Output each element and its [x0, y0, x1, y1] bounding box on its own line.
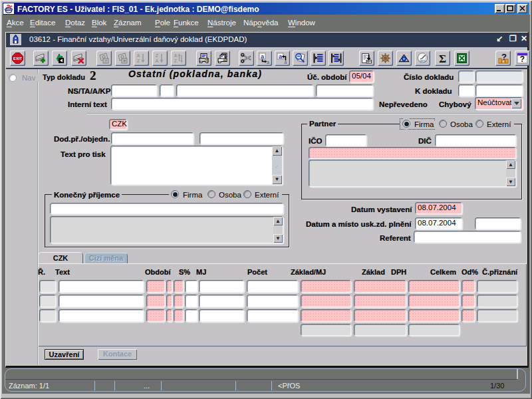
svg-text:Z: Z: [156, 53, 159, 58]
svg-text:a: a: [267, 60, 269, 65]
svg-text:A: A: [174, 53, 177, 58]
svg-text:A: A: [136, 53, 140, 58]
svg-text:?: ?: [520, 55, 525, 64]
svg-text:EXIT: EXIT: [13, 57, 22, 61]
svg-text:?: ?: [104, 59, 107, 63]
svg-text:a: a: [285, 60, 287, 65]
svg-text:Σ: Σ: [439, 53, 446, 64]
svg-text:131%: 131%: [420, 60, 426, 63]
svg-text:Z: Z: [137, 59, 140, 63]
svg-text:A: A: [155, 59, 158, 63]
svg-text:Z: Z: [174, 59, 178, 63]
